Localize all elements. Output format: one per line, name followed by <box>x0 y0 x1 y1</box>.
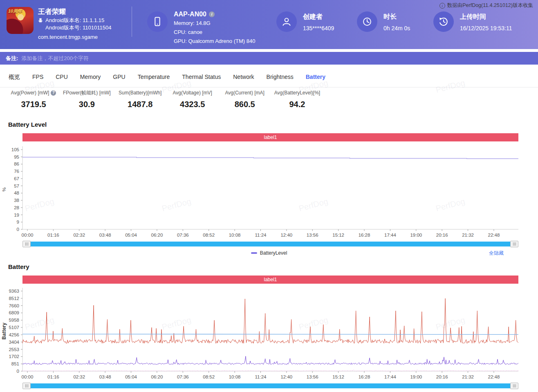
svg-text:02:32: 02:32 <box>73 233 85 237</box>
svg-text:105: 105 <box>11 147 19 152</box>
svg-text:5107: 5107 <box>9 325 19 330</box>
report-header: 数据由PerfDog(11.4.251012)版本收集 10周年 王者荣耀 An… <box>0 0 538 49</box>
scrollbar-track[interactable] <box>22 383 518 388</box>
stat-item: FPower(帧能耗) [mW]30.9 <box>60 87 114 116</box>
tab-cpu[interactable]: CPU <box>49 67 74 87</box>
svg-text:05:04: 05:04 <box>125 233 137 237</box>
upload-circle <box>433 11 454 32</box>
creator-block: 创建者 135****6409 <box>276 11 334 33</box>
svg-text:8512: 8512 <box>9 296 19 301</box>
user-icon <box>281 16 292 27</box>
svg-text:00:00: 00:00 <box>22 374 34 379</box>
stat-value: 30.9 <box>63 98 111 110</box>
svg-text:12:40: 12:40 <box>280 233 292 237</box>
legend-label[interactable]: BatteryLevel <box>260 250 287 256</box>
series-FPower <box>22 370 518 371</box>
series-Current <box>22 356 518 364</box>
svg-text:03:48: 03:48 <box>99 374 111 379</box>
svg-text:13:56: 13:56 <box>307 233 318 237</box>
stat-label: FPower(帧能耗) [mW] <box>63 87 111 98</box>
tab-gpu[interactable]: GPU <box>107 67 131 87</box>
android-version-name: Android版本名: 11.1.1.15 <box>45 17 104 24</box>
collect-info: 数据由PerfDog(11.4.251012)版本收集 <box>439 2 533 9</box>
app-block: 10周年 王者荣耀 Android版本名: 11.1.1.15 Android版… <box>7 7 111 41</box>
svg-text:02:32: 02:32 <box>73 374 85 379</box>
scrollbar-left-handle[interactable] <box>22 383 31 389</box>
battery-level-legend: BatteryLevel <box>0 249 538 257</box>
svg-text:11:24: 11:24 <box>255 374 267 379</box>
stat-value: 94.2 <box>274 98 321 110</box>
creator-value: 135****6409 <box>303 24 334 33</box>
device-gpu: GPU: Qualcomm Adreno (TM) 840 <box>174 37 255 46</box>
header-divider <box>132 7 132 37</box>
svg-text:17:44: 17:44 <box>384 233 396 237</box>
svg-text:0: 0 <box>17 227 19 232</box>
svg-text:3404: 3404 <box>9 340 19 345</box>
device-block: AAP-AN00 Memory: 14.8G CPU: canoe GPU: Q… <box>147 11 255 46</box>
tab-temperature[interactable]: Temperature <box>132 67 176 87</box>
remark-input[interactable] <box>21 55 532 61</box>
stat-label: Sum(Battery)[mWh] <box>117 87 163 98</box>
perfdog-report-page: 数据由PerfDog(11.4.251012)版本收集 10周年 王者荣耀 An… <box>0 0 538 392</box>
device-name: AAP-AN00 <box>174 10 206 19</box>
stat-label: Avg(Power) [mW] <box>11 87 56 98</box>
svg-text:Battery: Battery <box>1 323 7 340</box>
svg-text:67: 67 <box>14 176 19 181</box>
history-icon <box>438 16 449 27</box>
scrollbar-right-handle[interactable] <box>510 383 518 389</box>
collect-info-text: 数据由PerfDog(11.4.251012)版本收集 <box>447 2 533 9</box>
battery-level-title: Battery Level <box>8 121 47 128</box>
creator-circle <box>276 11 297 32</box>
svg-text:10:08: 10:08 <box>229 374 241 379</box>
help-icon[interactable] <box>51 90 56 96</box>
duration-value: 0h 24m 0s <box>383 24 410 33</box>
phone-icon <box>152 16 163 27</box>
remark-label: 备注: <box>6 55 18 62</box>
tab-bar: 概览FPSCPUMemoryGPUTemperatureThermal Stat… <box>0 67 538 87</box>
svg-text:07:36: 07:36 <box>177 233 189 237</box>
device-cpu: CPU: canoe <box>174 28 255 37</box>
scrollbar-right-handle[interactable] <box>510 241 518 247</box>
stat-label: Avg(BatteryLevel)[%] <box>274 87 321 98</box>
svg-text:22:48: 22:48 <box>488 233 500 237</box>
svg-text:08:52: 08:52 <box>203 374 215 379</box>
battery-chart[interactable]: 9363851276606809595851074256340425531702… <box>0 285 538 381</box>
stat-value: 1487.8 <box>117 98 163 110</box>
tab-brightness[interactable]: Brightness <box>260 67 300 87</box>
scrollbar-track[interactable] <box>22 242 518 246</box>
duration-block: 时长 0h 24m 0s <box>357 11 410 33</box>
svg-text:9363: 9363 <box>9 289 19 293</box>
svg-text:19:00: 19:00 <box>410 374 422 379</box>
scrollbar-left-handle[interactable] <box>22 241 31 247</box>
creator-label: 创建者 <box>303 12 334 21</box>
svg-text:0: 0 <box>17 369 19 374</box>
tab-概览[interactable]: 概览 <box>2 67 26 87</box>
svg-text:9: 9 <box>17 220 19 224</box>
battery-level-chart[interactable]: 10595867667574838281990%00:0001:1602:320… <box>0 143 538 239</box>
svg-text:01:16: 01:16 <box>47 233 59 237</box>
device-info-icon[interactable] <box>209 11 215 17</box>
hide-all-link[interactable]: 全隐藏 <box>489 250 504 257</box>
device-circle <box>147 11 168 32</box>
svg-text:19:00: 19:00 <box>410 233 422 237</box>
upload-value: 16/12/2025 19:53:11 <box>460 24 512 33</box>
tab-fps[interactable]: FPS <box>26 67 49 87</box>
tab-network[interactable]: Network <box>227 67 260 87</box>
stat-value: 3719.5 <box>11 98 56 110</box>
battery-title: Battery <box>8 263 29 270</box>
battery-level-scrollbar <box>22 241 518 247</box>
stat-item: Avg(Current) [mA]860.5 <box>219 87 271 116</box>
battery-scrollbar <box>22 383 518 389</box>
svg-text:03:48: 03:48 <box>99 233 111 237</box>
series-Voltage <box>22 334 518 334</box>
svg-text:16:28: 16:28 <box>359 374 370 379</box>
svg-text:07:36: 07:36 <box>177 374 189 379</box>
svg-text:48: 48 <box>14 190 19 195</box>
tab-thermal-status[interactable]: Thermal Status <box>176 67 227 87</box>
svg-text:38: 38 <box>14 198 19 203</box>
svg-text:15:12: 15:12 <box>332 374 344 379</box>
svg-text:86: 86 <box>14 161 19 166</box>
tab-battery[interactable]: Battery <box>300 67 332 87</box>
duration-label: 时长 <box>383 12 410 21</box>
tab-memory[interactable]: Memory <box>74 67 107 87</box>
